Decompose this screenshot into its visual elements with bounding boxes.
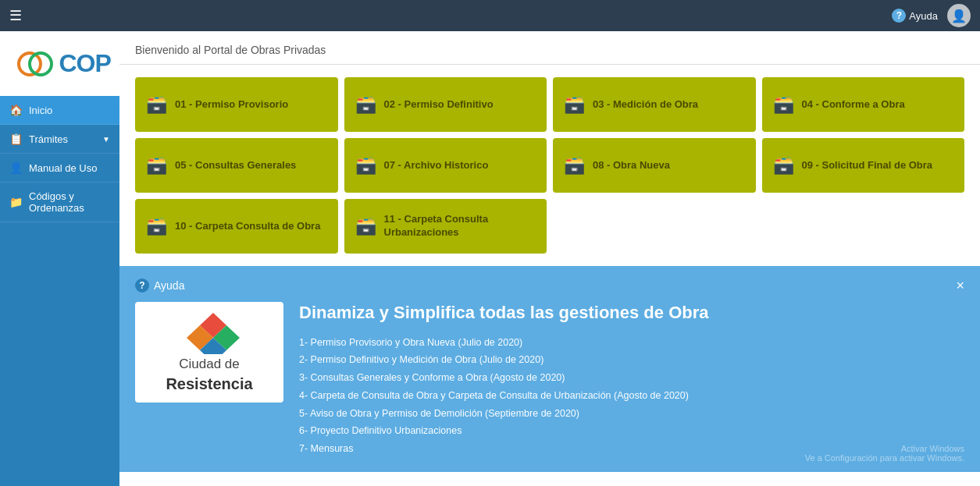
tile-05[interactable]: 🗃️ 05 - Consultas Generales bbox=[135, 138, 338, 193]
sidebar-item-manual[interactable]: 👤 Manual de Uso bbox=[0, 154, 119, 183]
content-area: Bienvenido al Portal de Obras Privadas 🗃… bbox=[119, 31, 980, 486]
tile-label-04: 04 - Conforme a Obra bbox=[802, 98, 905, 112]
tile-label-01: 01 - Permiso Provisorio bbox=[175, 98, 288, 112]
archive-icon-04: 🗃️ bbox=[773, 94, 794, 115]
help-section: ? Ayuda × Ciudad de bbox=[119, 266, 980, 472]
sidebar-item-tramites[interactable]: 📋 Trámites ▼ bbox=[0, 125, 119, 154]
help-close-button[interactable]: × bbox=[956, 278, 964, 293]
menu-icon[interactable]: ☰ bbox=[9, 7, 22, 24]
tile-label-02: 02 - Permiso Definitivo bbox=[384, 98, 494, 112]
help-title-icon: ? bbox=[135, 278, 149, 293]
help-title-label: Ayuda bbox=[154, 279, 184, 292]
help-header: ? Ayuda × bbox=[135, 278, 964, 293]
help-list: 1- Permiso Provisorio y Obra Nueva (Juli… bbox=[299, 335, 964, 456]
avatar-icon: 👤 bbox=[951, 9, 967, 23]
help-label: Ayuda bbox=[909, 10, 938, 22]
list-item: 4- Carpeta de Consulta de Obra y Carpeta… bbox=[299, 388, 964, 403]
help-title: ? Ayuda bbox=[135, 278, 184, 293]
sidebar-label-codigos: Códigos y Ordenanzas bbox=[29, 190, 110, 214]
tile-01[interactable]: 🗃️ 01 - Permiso Provisorio bbox=[135, 77, 338, 132]
top-nav-left: ☰ bbox=[9, 7, 22, 24]
help-link[interactable]: ? Ayuda bbox=[892, 9, 938, 23]
list-item: 3- Consultas Generales y Conforme a Obra… bbox=[299, 371, 964, 385]
tile-label-11: 11 - Carpeta Consulta Urbanizaciones bbox=[384, 213, 536, 239]
tile-07[interactable]: 🗃️ 07 - Archivo Historico bbox=[344, 138, 547, 193]
tile-label-07: 07 - Archivo Historico bbox=[384, 159, 489, 172]
tile-label-03: 03 - Medición de Obra bbox=[593, 98, 698, 112]
list-icon: 📋 bbox=[9, 133, 23, 145]
tile-09[interactable]: 🗃️ 09 - Solicitud Final de Obra bbox=[762, 138, 965, 193]
city-name-line1: Ciudad de bbox=[179, 357, 240, 372]
sidebar-label-manual: Manual de Uso bbox=[29, 162, 110, 174]
archive-icon-08: 🗃️ bbox=[564, 155, 585, 176]
city-logo-graphic bbox=[186, 311, 233, 350]
list-item: 2- Permiso Definitivo y Medición de Obra… bbox=[299, 353, 964, 367]
archive-icon-10: 🗃️ bbox=[146, 216, 167, 236]
tile-08[interactable]: 🗃️ 08 - Obra Nueva bbox=[553, 138, 756, 193]
archive-icon-09: 🗃️ bbox=[773, 155, 794, 176]
tile-11[interactable]: 🗃️ 11 - Carpeta Consulta Urbanizaciones bbox=[344, 199, 547, 254]
help-slogan: Dinamiza y Simplifica todas las gestione… bbox=[299, 302, 964, 325]
tile-02[interactable]: 🗃️ 02 - Permiso Definitivo bbox=[344, 77, 547, 132]
tile-label-05: 05 - Consultas Generales bbox=[175, 159, 296, 172]
archive-icon-11: 🗃️ bbox=[355, 216, 376, 236]
tile-04[interactable]: 🗃️ 04 - Conforme a Obra bbox=[762, 77, 965, 132]
city-logo-svg bbox=[186, 311, 241, 354]
welcome-bar: Bienvenido al Portal de Obras Privadas bbox=[119, 31, 980, 65]
city-logo: Ciudad de Resistencia bbox=[135, 302, 283, 403]
list-item: 7- Mensuras bbox=[299, 442, 964, 456]
home-icon: 🏠 bbox=[9, 104, 23, 116]
archive-icon-03: 🗃️ bbox=[564, 94, 585, 115]
list-item: 5- Aviso de Obra y Permiso de Demolición… bbox=[299, 406, 964, 421]
help-text-section: Dinamiza y Simplifica todas las gestione… bbox=[299, 302, 964, 459]
tile-label-10: 10 - Carpeta Consulta de Obra bbox=[175, 220, 320, 233]
archive-icon-02: 🗃️ bbox=[355, 94, 376, 115]
tile-03[interactable]: 🗃️ 03 - Medición de Obra bbox=[553, 77, 756, 132]
top-navigation: ☰ ? Ayuda 👤 bbox=[0, 0, 980, 31]
sidebar-label-tramites: Trámites bbox=[29, 133, 96, 145]
logo-text: COP bbox=[59, 49, 111, 78]
folder-icon: 📁 bbox=[9, 196, 23, 208]
list-item: 1- Permiso Provisorio y Obra Nueva (Juli… bbox=[299, 335, 964, 350]
welcome-text: Bienvenido al Portal de Obras Privadas bbox=[135, 44, 326, 56]
avatar[interactable]: 👤 bbox=[947, 4, 971, 27]
tile-label-08: 08 - Obra Nueva bbox=[593, 159, 670, 172]
archive-icon-05: 🗃️ bbox=[146, 155, 167, 176]
user-icon: 👤 bbox=[9, 161, 23, 174]
tile-label-09: 09 - Solicitud Final de Obra bbox=[802, 159, 933, 172]
sidebar: COP 🏠 Inicio 📋 Trámites ▼ 👤 Manual de Us… bbox=[0, 31, 119, 486]
tiles-container: 🗃️ 01 - Permiso Provisorio 🗃️ 02 - Permi… bbox=[119, 65, 980, 266]
main-layout: COP 🏠 Inicio 📋 Trámites ▼ 👤 Manual de Us… bbox=[0, 31, 980, 486]
archive-icon-07: 🗃️ bbox=[355, 155, 376, 176]
tiles-grid: 🗃️ 01 - Permiso Provisorio 🗃️ 02 - Permi… bbox=[135, 77, 964, 254]
sidebar-item-codigos[interactable]: 📁 Códigos y Ordenanzas bbox=[0, 183, 119, 222]
chevron-down-icon: ▼ bbox=[102, 135, 110, 144]
sidebar-label-inicio: Inicio bbox=[29, 105, 110, 116]
city-name-line2: Resistencia bbox=[166, 375, 252, 393]
help-circle-icon: ? bbox=[892, 9, 906, 23]
help-body: Ciudad de Resistencia Dinamiza y Simplif… bbox=[135, 302, 964, 459]
list-item: 6- Proyecto Definitivo Urbanizaciones bbox=[299, 424, 964, 438]
archive-icon-01: 🗃️ bbox=[146, 94, 167, 115]
sidebar-item-inicio[interactable]: 🏠 Inicio bbox=[0, 96, 119, 125]
top-nav-right: ? Ayuda 👤 bbox=[892, 4, 971, 27]
tile-10[interactable]: 🗃️ 10 - Carpeta Consulta de Obra bbox=[135, 199, 338, 254]
sidebar-logo: COP bbox=[0, 31, 119, 96]
